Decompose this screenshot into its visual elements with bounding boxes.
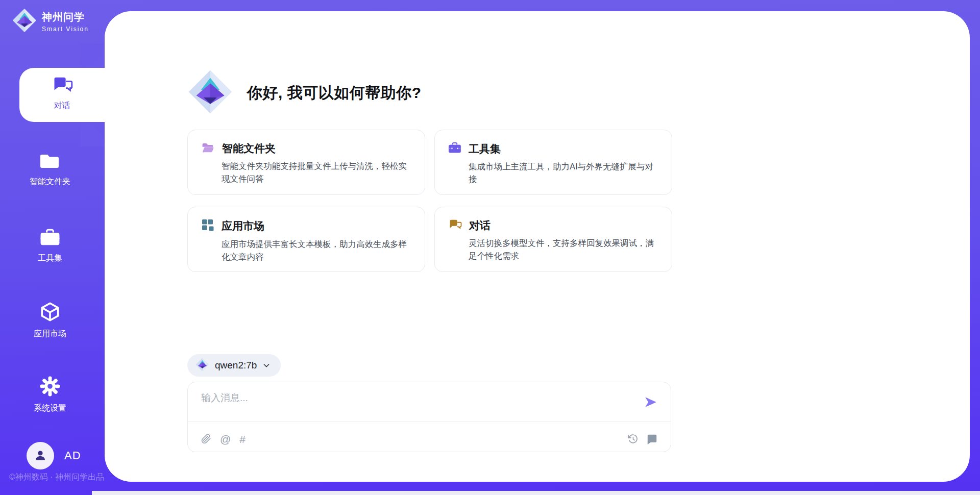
hashtag-icon[interactable]: # (239, 434, 246, 444)
message-composer: @ # (187, 382, 671, 452)
history-icon[interactable] (628, 434, 639, 444)
brand: 神州问学 Smart Vision (12, 8, 89, 35)
greeting-header: 你好, 我可以如何帮助你? (188, 69, 422, 116)
attachment-icon[interactable] (201, 433, 211, 444)
app-subtitle: Smart Vision (42, 26, 89, 33)
chat-bubbles-icon (52, 75, 73, 96)
sidebar: 神州问学 Smart Vision 对话 智能文件夹 工具集 (0, 0, 105, 495)
sidebar-item-smart-folder[interactable]: 智能文件夹 (0, 151, 100, 187)
sidebar-item-label: 工具集 (0, 253, 100, 264)
sidebar-item-chat[interactable]: 对话 (19, 68, 105, 122)
folder-icon (40, 151, 60, 172)
card-title: 应用市场 (222, 219, 264, 233)
mention-icon[interactable]: @ (220, 434, 231, 444)
logo-diamond-icon (188, 69, 233, 116)
user-name: AD (64, 449, 81, 462)
send-icon[interactable] (644, 395, 657, 409)
chevron-down-icon (262, 361, 271, 369)
sidebar-item-label: 应用市场 (0, 329, 100, 339)
app-grid-icon (201, 218, 214, 234)
card-chat[interactable]: 对话 灵活切换多模型文件，支持多样回复效果调试，满足个性化需求 (434, 207, 672, 272)
card-description: 灵活切换多模型文件，支持多样回复效果调试，满足个性化需求 (469, 237, 657, 262)
card-toolset[interactable]: 工具集 集成市场上主流工具，助力AI与外界无缝扩展与对接 (434, 130, 672, 195)
card-title: 工具集 (469, 142, 501, 156)
briefcase-icon (40, 228, 60, 249)
logo-diamond-icon (195, 358, 209, 374)
sidebar-item-label: 系统设置 (0, 403, 100, 414)
person-icon (33, 448, 47, 463)
sidebar-item-app-market[interactable]: 应用市场 (0, 301, 100, 339)
card-title: 对话 (469, 218, 491, 233)
horizontal-scrollbar[interactable] (92, 491, 980, 495)
comment-icon[interactable] (647, 434, 657, 444)
card-description: 集成市场上主流工具，助力AI与外界无缝扩展与对接 (469, 160, 657, 186)
chat-bubbles-icon (448, 218, 462, 233)
cube-icon (39, 301, 61, 325)
model-selector[interactable]: qwen2:7b (187, 354, 281, 377)
greeting-text: 你好, 我可以如何帮助你? (247, 83, 422, 104)
sidebar-item-label: 对话 (19, 101, 105, 111)
card-app-market[interactable]: 应用市场 应用市场提供丰富长文本模板，助力高效生成多样化文章内容 (187, 207, 425, 272)
avatar (27, 442, 54, 469)
sidebar-item-toolset[interactable]: 工具集 (0, 228, 100, 264)
sidebar-item-label: 智能文件夹 (0, 177, 100, 187)
app-window: 神州问学 Smart Vision 对话 智能文件夹 工具集 (0, 0, 980, 495)
logo-diamond-icon (12, 8, 37, 35)
card-description: 应用市场提供丰富长文本模板，助力高效生成多样化文章内容 (222, 238, 410, 263)
copyright-footer: ©神州数码 · 神州问学出品 (9, 472, 106, 483)
sidebar-item-settings[interactable]: 系统设置 (0, 376, 100, 414)
active-tab-notch-top (80, 43, 105, 68)
card-title: 智能文件夹 (222, 141, 276, 156)
user-account[interactable]: AD (27, 442, 81, 469)
composer-divider (188, 421, 671, 422)
app-name: 神州问学 (42, 10, 89, 24)
model-name: qwen2:7b (215, 360, 257, 371)
card-description: 智能文件夹功能支持批量文件上传与清洗，轻松实现文件问答 (222, 160, 410, 185)
gear-icon (39, 376, 61, 399)
briefcase-icon (448, 141, 461, 156)
active-tab-notch-bottom (80, 122, 105, 146)
message-input[interactable] (201, 391, 635, 418)
folder-open-icon (201, 141, 215, 156)
card-smart-folder[interactable]: 智能文件夹 智能文件夹功能支持批量文件上传与清洗，轻松实现文件问答 (187, 130, 425, 195)
